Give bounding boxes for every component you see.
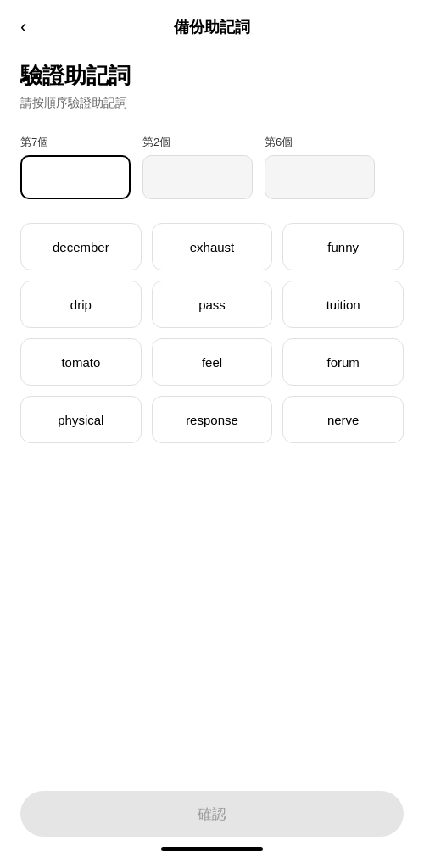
- word-button-8[interactable]: forum: [282, 338, 404, 386]
- word-button-10[interactable]: response: [152, 396, 273, 443]
- word-button-6[interactable]: tomato: [20, 338, 142, 386]
- word-button-9[interactable]: physical: [20, 396, 142, 443]
- home-indicator: [161, 847, 263, 851]
- word-button-1[interactable]: exhaust: [152, 223, 273, 270]
- main-content: 驗證助記詞 請按順序驗證助記詞 第7個 第2個 第6個 decemberexha…: [0, 47, 424, 777]
- slot-box-2[interactable]: [142, 155, 253, 199]
- section-subtitle: 請按順序驗證助記詞: [20, 96, 404, 111]
- word-button-2[interactable]: funny: [282, 223, 404, 270]
- word-button-4[interactable]: pass: [152, 281, 273, 328]
- slot-group-3: 第6個: [265, 135, 375, 199]
- slot-label-2: 第2個: [142, 135, 253, 150]
- slot-box-3[interactable]: [265, 155, 375, 199]
- word-button-7[interactable]: feel: [152, 338, 273, 386]
- slot-group-1: 第7個: [20, 135, 131, 199]
- slots-row: 第7個 第2個 第6個: [20, 135, 404, 199]
- slot-box-1[interactable]: [20, 155, 131, 199]
- slot-label-1: 第7個: [20, 135, 131, 150]
- header: ‹ 備份助記詞: [0, 0, 424, 47]
- word-button-3[interactable]: drip: [20, 281, 142, 328]
- confirm-button[interactable]: 確認: [20, 791, 404, 837]
- section-title: 驗證助記詞: [20, 61, 404, 91]
- slot-group-2: 第2個: [142, 135, 253, 199]
- words-grid: decemberexhaustfunnydrippasstuitiontomat…: [20, 223, 404, 443]
- word-button-11[interactable]: nerve: [282, 396, 404, 443]
- word-button-5[interactable]: tuition: [282, 281, 404, 328]
- footer: 確認: [0, 777, 424, 868]
- back-button[interactable]: ‹: [20, 18, 26, 36]
- header-title: 備份助記詞: [174, 17, 250, 37]
- slot-label-3: 第6個: [265, 135, 375, 150]
- word-button-0[interactable]: december: [20, 223, 142, 270]
